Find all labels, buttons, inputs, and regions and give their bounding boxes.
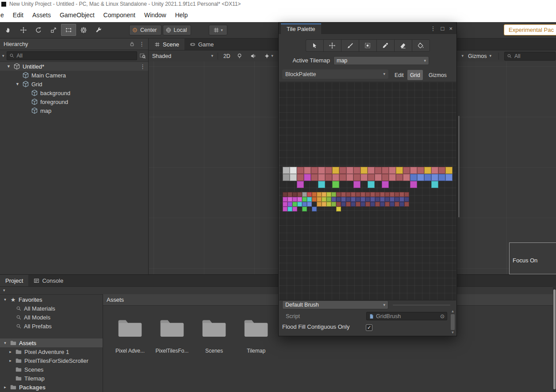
menu-item-window[interactable]: Window bbox=[140, 12, 171, 19]
tile[interactable] bbox=[370, 192, 375, 197]
tile[interactable] bbox=[336, 192, 341, 197]
tile[interactable] bbox=[283, 197, 288, 202]
tile[interactable] bbox=[360, 167, 368, 174]
kebab-menu-icon[interactable]: ⋮ bbox=[139, 41, 145, 47]
asset-tree-item-pixel-adventure-1[interactable]: ▸Pixel Adventure 1 bbox=[0, 347, 103, 356]
tile[interactable] bbox=[410, 181, 417, 188]
menu-item-e[interactable]: e bbox=[0, 12, 8, 19]
tile[interactable] bbox=[332, 174, 339, 181]
tile[interactable] bbox=[375, 192, 380, 197]
tile[interactable] bbox=[385, 202, 390, 207]
asset-folder-scenes[interactable]: Scenes bbox=[195, 318, 233, 354]
move-tool-button[interactable] bbox=[323, 39, 341, 52]
tile[interactable] bbox=[368, 181, 375, 188]
tile[interactable] bbox=[380, 192, 385, 197]
tile[interactable] bbox=[410, 174, 417, 181]
tile[interactable] bbox=[385, 192, 390, 197]
tile[interactable] bbox=[318, 181, 325, 188]
menu-item-component[interactable]: Component bbox=[99, 12, 140, 19]
scene-effects-icon[interactable] bbox=[264, 53, 270, 59]
rotate-tool-button[interactable] bbox=[31, 24, 46, 36]
tile[interactable] bbox=[317, 202, 322, 207]
move-tool-button[interactable] bbox=[16, 24, 31, 36]
tile[interactable] bbox=[339, 167, 346, 174]
scrollbar-thumb[interactable] bbox=[451, 314, 455, 330]
tile[interactable] bbox=[410, 167, 417, 174]
tile[interactable] bbox=[292, 197, 297, 202]
tile[interactable] bbox=[385, 197, 390, 202]
tile[interactable] bbox=[292, 207, 297, 211]
tile[interactable] bbox=[360, 197, 365, 202]
tile[interactable] bbox=[382, 174, 389, 181]
tile[interactable] bbox=[312, 197, 317, 202]
chevron-down-icon[interactable]: ▾ bbox=[3, 288, 5, 292]
tile[interactable] bbox=[336, 207, 341, 211]
tile[interactable] bbox=[382, 167, 389, 174]
tile[interactable] bbox=[283, 174, 290, 181]
scale-tool-button[interactable] bbox=[46, 24, 61, 36]
search-by-type-icon[interactable] bbox=[139, 53, 146, 59]
palette-scrollbar[interactable]: ▲ ▼ bbox=[450, 309, 455, 335]
tile-palette-tab[interactable]: Tile Palette bbox=[281, 23, 321, 34]
picker-tool-button[interactable] bbox=[376, 39, 395, 52]
hierarchy-search-input[interactable]: All bbox=[7, 51, 137, 60]
grid-snapping-button[interactable]: ▾ bbox=[209, 25, 227, 35]
tile[interactable] bbox=[404, 197, 409, 202]
tile[interactable] bbox=[288, 202, 292, 207]
tile[interactable] bbox=[445, 174, 452, 181]
tile[interactable] bbox=[445, 167, 452, 174]
tile[interactable] bbox=[297, 202, 302, 207]
close-icon[interactable]: × bbox=[449, 25, 452, 32]
chevron-down-icon[interactable]: ▾ bbox=[462, 54, 464, 58]
hierarchy-item-background[interactable]: background bbox=[0, 88, 148, 97]
tile[interactable] bbox=[346, 202, 351, 207]
scene-search-input[interactable]: All bbox=[504, 52, 556, 61]
scroll-up-icon[interactable]: ▲ bbox=[451, 309, 455, 314]
transform-tool-button[interactable] bbox=[76, 24, 91, 36]
asset-tree-item-tilemap[interactable]: Tilemap bbox=[0, 374, 103, 383]
tile[interactable] bbox=[351, 197, 356, 202]
tile[interactable] bbox=[396, 167, 403, 174]
tile[interactable] bbox=[290, 174, 297, 181]
tile[interactable] bbox=[317, 197, 322, 202]
tile[interactable] bbox=[302, 192, 307, 197]
tile[interactable] bbox=[356, 192, 360, 197]
tile[interactable] bbox=[297, 181, 304, 188]
tile[interactable] bbox=[346, 197, 351, 202]
tile[interactable] bbox=[297, 167, 304, 174]
tile[interactable] bbox=[283, 167, 290, 174]
tile[interactable] bbox=[368, 174, 375, 181]
chevron-down-icon[interactable]: ▾ bbox=[271, 54, 273, 58]
tile[interactable] bbox=[297, 192, 302, 197]
expand-caret-icon[interactable]: ▼ bbox=[14, 82, 21, 86]
tile[interactable] bbox=[312, 192, 317, 197]
2d-toggle-button[interactable]: 2D bbox=[221, 52, 233, 60]
assets-root-row[interactable]: ▾ Assets bbox=[0, 338, 103, 347]
expand-caret-icon[interactable]: ▼ bbox=[5, 64, 12, 69]
object-picker-icon[interactable]: ⊙ bbox=[440, 313, 445, 319]
menu-item-help[interactable]: Help bbox=[171, 12, 192, 19]
tile[interactable] bbox=[302, 202, 307, 207]
tile[interactable] bbox=[399, 202, 404, 207]
tile[interactable] bbox=[346, 192, 351, 197]
hierarchy-item-grid[interactable]: ▼Grid bbox=[0, 80, 148, 88]
favorite-item-all-materials[interactable]: All Materials bbox=[0, 304, 103, 313]
tile[interactable] bbox=[365, 197, 370, 202]
focus-on-overlay[interactable]: Focus On bbox=[509, 242, 556, 274]
tile[interactable] bbox=[288, 192, 292, 197]
palette-select-dropdown[interactable]: BlockPalette ▾ bbox=[282, 69, 388, 79]
tile[interactable] bbox=[360, 202, 365, 207]
tile[interactable] bbox=[351, 192, 356, 197]
tile[interactable] bbox=[331, 197, 336, 202]
tile[interactable] bbox=[370, 202, 375, 207]
hierarchy-item-map[interactable]: map bbox=[0, 106, 148, 115]
tile[interactable] bbox=[322, 192, 326, 197]
tile[interactable] bbox=[318, 167, 325, 174]
pivot-toggle-button[interactable]: Center bbox=[129, 25, 161, 35]
tile[interactable] bbox=[332, 167, 339, 174]
tile[interactable] bbox=[396, 174, 403, 181]
tile[interactable] bbox=[399, 197, 404, 202]
scene-lighting-icon[interactable] bbox=[236, 53, 243, 59]
tile[interactable] bbox=[353, 174, 360, 181]
tile[interactable] bbox=[290, 167, 297, 174]
